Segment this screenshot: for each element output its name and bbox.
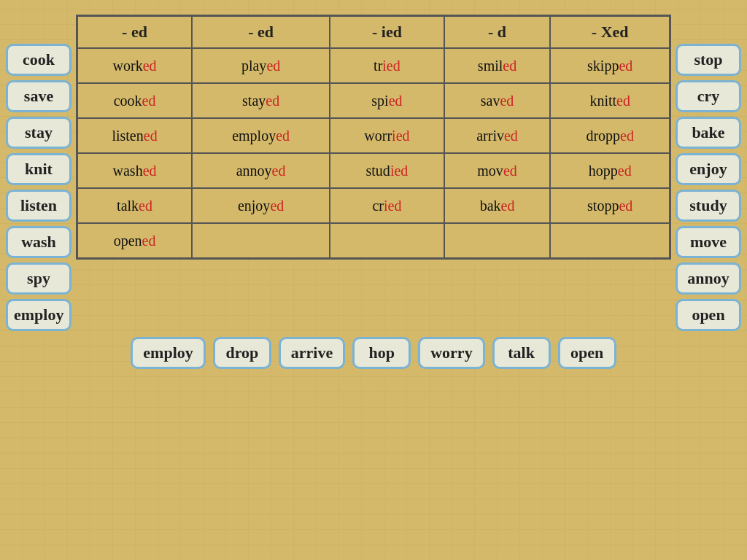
- verb-entry: moved: [477, 163, 516, 179]
- table-cell: worked: [77, 48, 193, 83]
- verb-entry: hopped: [589, 163, 632, 179]
- table-cell: worried: [330, 118, 444, 153]
- verb-entry: spied: [371, 93, 402, 109]
- verb-entry: saved: [481, 93, 514, 109]
- verb-entry: employed: [232, 128, 290, 144]
- verb-entry: knitted: [589, 93, 630, 109]
- table-cell: cried: [330, 188, 444, 223]
- verb-entry: stopped: [587, 198, 632, 214]
- verb-entry: listened: [112, 128, 157, 144]
- bottom-word-card[interactable]: employ: [131, 337, 205, 369]
- left-word-card[interactable]: stay: [6, 117, 71, 149]
- right-word-card[interactable]: move: [676, 226, 741, 258]
- table-cell: saved: [444, 83, 551, 118]
- right-word-card[interactable]: bake: [676, 117, 741, 149]
- left-word-card[interactable]: employ: [6, 299, 71, 331]
- bottom-word-card[interactable]: open: [558, 337, 616, 369]
- right-word-card[interactable]: cry: [676, 80, 741, 112]
- column-header: - ed: [192, 16, 330, 49]
- verb-entry: stayed: [242, 93, 279, 109]
- verb-entry: opened: [114, 233, 156, 249]
- table-cell: skipped: [550, 48, 670, 83]
- verb-entry: arrived: [476, 128, 518, 144]
- main-layout: cooksavestayknitlistenwashspyemploy - ed…: [0, 15, 747, 331]
- table-cell: stayed: [192, 83, 330, 118]
- verb-entry: played: [241, 58, 280, 74]
- left-word-card[interactable]: listen: [6, 190, 71, 222]
- table-cell: listened: [77, 118, 193, 153]
- column-header: - ed: [77, 16, 193, 49]
- table-cell: stopped: [550, 188, 670, 223]
- left-word-card[interactable]: cook: [6, 44, 71, 76]
- right-word-card[interactable]: annoy: [676, 262, 741, 295]
- bottom-row: employdroparrivehopworrytalkopen: [0, 331, 747, 373]
- bottom-word-card[interactable]: hop: [352, 337, 411, 369]
- page-title: [0, 0, 747, 15]
- verb-entry: dropped: [586, 128, 634, 144]
- table-cell: [192, 223, 330, 259]
- bottom-word-card[interactable]: drop: [213, 337, 271, 369]
- left-word-card[interactable]: knit: [6, 153, 71, 185]
- table-cell: hopped: [550, 153, 670, 188]
- verb-entry: cried: [372, 198, 401, 214]
- right-word-card[interactable]: enjoy: [676, 153, 741, 185]
- table-cell: [444, 223, 551, 259]
- table-container: - ed- ed- ied- d- Xed workedplayedtrieds…: [76, 15, 671, 260]
- column-header: - d: [444, 16, 551, 49]
- column-header: - Xed: [550, 16, 670, 49]
- table-cell: dropped: [550, 118, 670, 153]
- verb-entry: washed: [113, 163, 157, 179]
- right-sidebar: stopcrybakeenjoystudymoveannoyopen: [676, 15, 741, 331]
- verb-entry: worked: [113, 58, 157, 74]
- table-cell: studied: [330, 153, 444, 188]
- verbs-table: - ed- ed- ied- d- Xed workedplayedtrieds…: [76, 15, 671, 260]
- table-cell: spied: [330, 83, 444, 118]
- verb-entry: enjoyed: [238, 198, 284, 214]
- verb-entry: cooked: [114, 93, 156, 109]
- table-cell: moved: [444, 153, 551, 188]
- table-cell: opened: [77, 223, 193, 259]
- verb-entry: skipped: [587, 58, 632, 74]
- verb-entry: annoyed: [236, 163, 286, 179]
- verb-entry: talked: [117, 198, 152, 214]
- table-cell: washed: [77, 153, 193, 188]
- verb-entry: baked: [480, 198, 515, 214]
- table-cell: smiled: [444, 48, 551, 83]
- verb-entry: smiled: [478, 58, 516, 74]
- bottom-word-card[interactable]: worry: [418, 337, 484, 369]
- verb-entry: worried: [364, 128, 409, 144]
- table-cell: enjoyed: [192, 188, 330, 223]
- table-cell: played: [192, 48, 330, 83]
- left-word-card[interactable]: wash: [6, 226, 71, 258]
- table-cell: [330, 223, 444, 259]
- bottom-word-card[interactable]: arrive: [279, 337, 345, 369]
- left-word-card[interactable]: save: [6, 80, 71, 112]
- right-word-card[interactable]: stop: [676, 44, 741, 76]
- table-cell: arrived: [444, 118, 551, 153]
- right-word-card[interactable]: open: [676, 299, 741, 331]
- left-sidebar: cooksavestayknitlistenwashspyemploy: [6, 15, 71, 331]
- table-cell: [550, 223, 670, 259]
- verb-entry: tried: [374, 58, 400, 74]
- table-cell: employed: [192, 118, 330, 153]
- table-cell: tried: [330, 48, 444, 83]
- table-cell: knitted: [550, 83, 670, 118]
- left-word-card[interactable]: spy: [6, 262, 71, 295]
- table-cell: cooked: [77, 83, 193, 118]
- table-cell: annoyed: [192, 153, 330, 188]
- verb-entry: studied: [366, 163, 409, 179]
- table-cell: baked: [444, 188, 551, 223]
- column-header: - ied: [330, 16, 444, 49]
- right-word-card[interactable]: study: [676, 190, 741, 222]
- table-cell: talked: [77, 188, 193, 223]
- bottom-word-card[interactable]: talk: [492, 337, 551, 369]
